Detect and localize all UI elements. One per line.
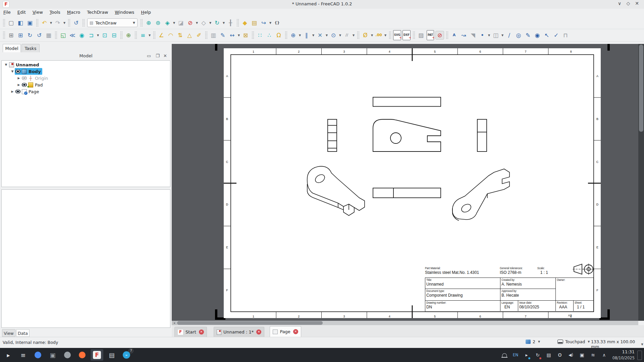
drawing-canvas[interactable]: 1122334455667788AABBCCDDEEFFA3 Part Mate… (172, 44, 638, 321)
view-left-side[interactable] (328, 119, 337, 152)
redo-button[interactable]: ↷ (53, 18, 62, 27)
vertical-scrollbar-thumb[interactable] (639, 45, 643, 132)
center-circle-button[interactable]: ◎ (514, 31, 523, 40)
expander-closed-icon[interactable]: ▶ (16, 83, 21, 86)
dimension-format-button[interactable]: ✐ (195, 31, 203, 40)
insert-view-button[interactable]: ◱ (59, 31, 67, 40)
cosmetic-vertex-dropdown[interactable]: ▼ (487, 34, 491, 37)
apply-pat-hatch-button[interactable]: PAT (426, 31, 435, 40)
tree-item-page[interactable]: ▶Page (2, 88, 170, 95)
vertical-scrollbar[interactable] (638, 44, 644, 321)
toolbar-handle[interactable] (205, 31, 207, 39)
taskbar-window-list-icon[interactable]: ≡ (17, 349, 30, 361)
mdi-tab-unnamed-1[interactable]: Unnamed : 1*✕ (214, 327, 264, 337)
toolbar-handle[interactable] (3, 19, 5, 27)
expander-closed-icon[interactable]: ▶ (16, 76, 21, 80)
align-group-dropdown[interactable]: ▼ (312, 34, 315, 37)
view-front[interactable] (373, 119, 441, 152)
tree-item-unnamed[interactable]: ▼Unnamed (2, 61, 170, 68)
maximize-button[interactable]: ◇ (624, 1, 633, 6)
part-simple-copy-button[interactable]: ◆ (240, 18, 249, 27)
dimension-extent-button[interactable]: ⇅ (176, 31, 184, 40)
menu-view[interactable]: View (29, 9, 46, 16)
diameter-dimension-dropdown[interactable]: ▼ (370, 34, 374, 37)
toolbar-handle[interactable] (153, 31, 155, 39)
toolbar-handle[interactable] (135, 31, 137, 39)
taskbar-clock[interactable]: 11:31 08/10/2025 (612, 349, 635, 361)
edit-annotation-button[interactable]: ✎ (524, 31, 532, 40)
menu-windows[interactable]: Windows (111, 9, 138, 16)
taskbar-terminal-icon[interactable]: ▣ (46, 349, 59, 361)
group-button[interactable]: ▤ (250, 18, 259, 27)
hatch-line-group-dropdown[interactable]: ▼ (352, 34, 355, 37)
axo-length-dimension-dropdown[interactable]: ▼ (298, 34, 302, 37)
export-dxf-button[interactable]: DXF (402, 31, 411, 40)
axo-length-dimension-button[interactable]: ⊕ (289, 31, 298, 40)
clip-group-button[interactable]: ⊟ (110, 31, 118, 40)
horizontal-extent-button[interactable]: ↔ (228, 31, 236, 40)
fit-selection-button[interactable]: ⊚ (154, 18, 162, 27)
taskbar-firefox-icon[interactable] (76, 349, 89, 361)
toolbar-handle[interactable] (357, 31, 359, 39)
stack-group-button[interactable]: ≡ (139, 31, 147, 40)
toolbar-handle[interactable] (413, 31, 415, 39)
toggle-visibility-button[interactable]: ◉ (533, 31, 542, 40)
stereo-view-dropdown[interactable]: ▼ (209, 21, 212, 24)
horizontal-scrollbar-thumb[interactable] (177, 321, 323, 325)
menu-tools[interactable]: Tools (46, 9, 64, 16)
decimal-dimension-button[interactable]: .00 (374, 31, 383, 40)
leader-line-button[interactable]: ↝ (459, 31, 468, 40)
menu-edit[interactable]: Edit (14, 9, 29, 16)
broken-view-button[interactable]: ✕ (316, 31, 324, 40)
update-page-button[interactable]: ↺ (35, 31, 44, 40)
horizontal-extent-dropdown[interactable]: ▼ (237, 34, 240, 37)
centerline-button[interactable]: ◫ (491, 31, 500, 40)
align-group-button[interactable]: ∥ (302, 31, 311, 40)
decimal-dimension-dropdown[interactable]: ▼ (384, 34, 387, 37)
center-mark-group-dropdown[interactable]: ▼ (338, 34, 342, 37)
tray-clipboard-icon[interactable]: ▤ (544, 348, 554, 362)
print-button[interactable]: ▦ (44, 31, 53, 40)
fit-all-button[interactable]: ⊕ (144, 18, 153, 27)
tab-close-icon[interactable]: ✕ (256, 329, 261, 335)
toolbar-handle[interactable] (140, 19, 143, 27)
refresh-button[interactable]: ↺ (72, 18, 80, 27)
sync-view-button[interactable]: ◪ (176, 18, 185, 27)
toolbar-handle[interactable] (68, 19, 70, 27)
property-tab-data[interactable]: Data (16, 329, 30, 337)
broken-view-dropdown[interactable]: ▼ (325, 34, 328, 37)
menu-help[interactable]: Help (138, 9, 154, 16)
move-view-button[interactable]: ↖ (542, 31, 551, 40)
mdi-tab-page[interactable]: Page✕ (270, 326, 301, 337)
view-top[interactable] (373, 97, 441, 107)
centerline-dropdown[interactable]: ▼ (501, 34, 504, 37)
dimension-repair-button[interactable]: △ (185, 31, 194, 40)
coordinate-dimension-button[interactable]: ∴ (265, 31, 274, 40)
tree-item-pad[interactable]: ▶Pad (2, 81, 170, 88)
lock-view-button[interactable]: ⊠ (241, 31, 250, 40)
balloon-button[interactable]: Ω (274, 31, 283, 40)
rich-annotation-button[interactable]: ◥ (469, 31, 477, 40)
draw-style-dropdown[interactable]: ▼ (195, 21, 199, 24)
dimension-angle-button[interactable]: ∠ (157, 31, 166, 40)
view-iso-right[interactable] (452, 169, 509, 221)
tray-software-update-icon[interactable]: ↻ (533, 348, 543, 362)
remove-hatch-button[interactable]: ⊘ (435, 31, 444, 40)
tree-item-body[interactable]: ▼Body (2, 68, 170, 75)
apply-hatch-button[interactable]: ▨ (417, 31, 425, 40)
eye-visible-icon[interactable] (15, 89, 20, 94)
section-view-button[interactable]: ⊐ (87, 31, 96, 40)
export-svg-button[interactable]: SVG (393, 31, 401, 40)
tray-volume-icon[interactable]: ◀) (566, 348, 576, 362)
active-view-button[interactable]: ◉ (77, 31, 86, 40)
view-bottom[interactable] (373, 188, 441, 198)
hatch-line-group-button[interactable]: ∕∕ (342, 31, 351, 40)
horizontal-scrollbar[interactable]: ◂ (172, 321, 638, 325)
taskbar-chromium-icon[interactable] (32, 349, 44, 361)
toolbar-handle[interactable] (252, 31, 254, 39)
expander-open-icon[interactable]: ▼ (4, 63, 8, 66)
page-number-selector[interactable]: 2 ▼ (526, 339, 541, 344)
draw-style-button[interactable]: ⊘ (186, 18, 195, 27)
panel-float-icon[interactable]: ❐ (156, 53, 160, 58)
link-button[interactable]: ↪ (259, 18, 268, 27)
